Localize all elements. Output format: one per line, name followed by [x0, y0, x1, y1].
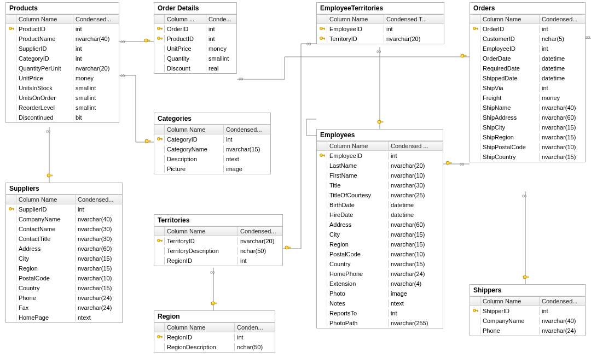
column-type: nvarchar(15)	[223, 145, 270, 153]
column-type: nvarchar(20)	[388, 162, 443, 169]
column-row: Phonenvarchar(24)	[470, 326, 585, 336]
column-name: ShipName	[480, 104, 539, 111]
column-row: UnitPricemoney	[154, 44, 236, 54]
column-row: Addressnvarchar(60)	[6, 244, 122, 254]
column-name: Address	[327, 221, 388, 228]
relation-many-icon: ∞	[120, 38, 125, 45]
column-row: ShipRegionnvarchar(15)	[470, 132, 585, 142]
relation-many-icon: ∞	[460, 161, 465, 167]
column-row: Discountreal	[154, 63, 236, 73]
column-name: Country	[16, 284, 75, 292]
column-row: UnitsInStocksmallint	[6, 83, 119, 93]
column-type: datetime	[388, 201, 443, 209]
column-name: EmployeeID	[327, 25, 384, 33]
column-name: ProductID	[16, 25, 73, 33]
column-row: EmployeeIDint	[317, 151, 443, 161]
column-name: Picture	[164, 165, 223, 173]
table-suppliers: Suppliers Column Name Condensed... Suppl…	[5, 183, 123, 323]
column-name: PhotoPath	[327, 319, 388, 327]
column-type: nvarchar(30)	[75, 235, 122, 243]
column-row: EmployeeIDint	[470, 44, 585, 54]
table-headers: Column ... Conde...	[154, 14, 236, 24]
column-type: int	[73, 45, 119, 52]
column-name: Extension	[327, 280, 388, 287]
column-row: EmployeeIDint	[317, 24, 444, 34]
column-row: ShipperIDint	[470, 306, 585, 316]
column-type: nvarchar(24)	[388, 270, 443, 278]
column-type: smallint	[73, 84, 119, 92]
relation-many-icon: ∞	[306, 40, 311, 47]
column-type: nvarchar(40)	[539, 317, 585, 325]
column-type: bit	[73, 114, 119, 121]
column-row: Citynvarchar(15)	[6, 254, 122, 263]
table-headers: Column Name Condensed...	[470, 14, 585, 24]
column-type: nvarchar(24)	[75, 304, 122, 312]
column-row: ShipPostalCodenvarchar(10)	[470, 142, 585, 152]
primary-key-icon	[8, 207, 14, 212]
table-headers: Column Name Condensed T...	[317, 14, 444, 24]
table-headers: Column Name Condensed...	[6, 14, 119, 24]
header-column-name: Column Name	[164, 227, 237, 236]
column-type: int	[223, 136, 270, 143]
column-type: nvarchar(20)	[384, 35, 444, 43]
column-row: HomePagentext	[6, 313, 122, 322]
relation-many-icon: ∞	[210, 269, 215, 275]
relation-key-icon	[284, 245, 292, 253]
column-type: ntext	[223, 155, 270, 163]
header-column-name: Column Name	[164, 125, 223, 134]
column-type: ntext	[388, 300, 443, 307]
column-name: ShipPostalCode	[480, 143, 539, 151]
table-headers: Column Name Condensed...	[6, 195, 122, 204]
column-row: OrderIDint	[154, 24, 236, 34]
column-name: QuantityPerUnit	[16, 64, 73, 72]
column-name: CompanyName	[480, 317, 539, 325]
relation-many-icon: ∞	[120, 72, 125, 79]
column-type: int	[234, 333, 275, 341]
column-type: nvarchar(10)	[539, 143, 585, 151]
table-orders: Orders Column Name Condensed... OrderIDi…	[470, 2, 586, 162]
table-headers: Column Name Condensed...	[154, 226, 282, 236]
column-name: UnitPrice	[16, 74, 73, 82]
svg-rect-20	[161, 138, 162, 140]
column-type: nvarchar(10)	[388, 172, 443, 179]
column-row: CategoryIDint	[154, 134, 270, 144]
column-type: money	[73, 74, 119, 82]
column-type: nvarchar(25)	[388, 191, 443, 199]
column-row: ShipAddressnvarchar(60)	[470, 113, 585, 122]
column-type: int	[388, 309, 443, 317]
column-name: FirstName	[327, 172, 388, 179]
column-type: nvarchar(30)	[388, 181, 443, 189]
column-name: ReportsTo	[327, 309, 388, 317]
table-title: Order Details	[154, 3, 236, 14]
table-title: Employees	[317, 130, 443, 141]
header-condensed: Conden...	[234, 323, 275, 332]
column-row: ContactNamenvarchar(30)	[6, 224, 122, 234]
column-row: ProductIDint	[154, 34, 236, 44]
column-name: OrderID	[480, 25, 539, 33]
column-type: nvarchar(15)	[388, 240, 443, 248]
primary-key-icon	[8, 26, 14, 32]
column-name: Quantity	[164, 55, 206, 62]
column-row: Freightmoney	[470, 93, 585, 103]
svg-rect-60	[526, 277, 529, 278]
column-name: UnitsOnOrder	[16, 94, 73, 102]
column-name: LastName	[327, 162, 388, 169]
column-type: nvarchar(60)	[388, 221, 443, 228]
column-row: FirstNamenvarchar(10)	[317, 171, 443, 180]
column-name: ShipVia	[480, 84, 539, 92]
column-name: Country	[327, 260, 388, 268]
column-row: RegionIDint	[154, 256, 282, 266]
svg-rect-32	[324, 155, 325, 156]
column-name: CustomerID	[480, 35, 539, 43]
header-column-name: Column Name	[327, 142, 388, 150]
column-row: SupplierIDint	[6, 44, 119, 54]
column-type: int	[388, 152, 443, 160]
column-name: EmployeeID	[327, 152, 388, 160]
column-type: nvarchar(10)	[75, 274, 122, 282]
table-products: Products Column Name Condensed... Produc…	[5, 2, 119, 123]
svg-rect-56	[214, 303, 217, 304]
column-name: RegionDescription	[164, 343, 234, 351]
column-row: Descriptionntext	[154, 154, 270, 164]
table-headers: Column Name Condensed...	[154, 125, 270, 134]
column-type: money	[539, 94, 585, 102]
